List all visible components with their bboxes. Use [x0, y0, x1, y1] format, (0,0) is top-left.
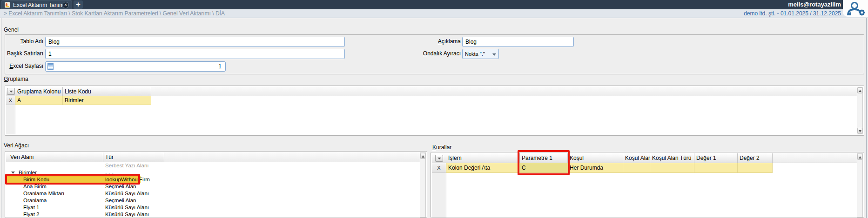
- arrow-up-icon: [859, 90, 861, 92]
- tree-row-birim-kodu[interactable]: Birim Kodu lookupWithoutFirm: [6, 176, 420, 183]
- column-header-gruplama-kolonu[interactable]: Gruplama Kolonu: [15, 87, 63, 96]
- tree-cell-alan: Oranlama: [23, 197, 47, 204]
- panel-left-border: [1, 18, 1, 218]
- tree-cell-tur: Küsürlü Sayı Alanı: [105, 190, 149, 197]
- tree-cell-tur: lookupWithoutFirm: [105, 176, 150, 183]
- aciklama-input[interactable]: [462, 37, 574, 47]
- cell-liste-kodu[interactable]: Birimler: [63, 96, 151, 105]
- column-header-kosul-alan-turu[interactable]: Koşul Alan Türü: [650, 153, 694, 163]
- cell-parametre-1[interactable]: C: [520, 163, 568, 173]
- veri-agaci-tree: Veri Alanı Tür Serbest Yazı Alanı Biriml…: [5, 151, 427, 218]
- chevron-down-icon: [437, 158, 441, 159]
- header-filler: [773, 153, 857, 163]
- column-header-veri-alani[interactable]: Veri Alanı: [6, 152, 103, 162]
- column-header-tur[interactable]: Tür: [103, 152, 164, 162]
- breadcrumb: > Excel Aktarım Tanımları \ Stok Kartlar…: [4, 9, 225, 18]
- row-header-cell[interactable]: X: [6, 96, 15, 105]
- section-title-veri-agaci: Veri Ağacı: [4, 142, 29, 149]
- ondalik-ayiraci-value: Nokta ".": [465, 51, 485, 57]
- veri-agaci-header-row: Veri Alanı Tür: [6, 152, 420, 162]
- scroll-up-button[interactable]: [420, 153, 425, 159]
- tree-cell-alan: Fiyat 2: [23, 211, 40, 218]
- row-header-cell[interactable]: X: [432, 163, 446, 173]
- column-header-parametre-1[interactable]: Parametre 1: [520, 153, 568, 163]
- tablo-adi-label: Tablo Adı: [0, 38, 43, 45]
- excel-sayfasi-value: 1: [218, 62, 222, 71]
- gruplama-header-row: Gruplama Kolonu Liste Kodu: [6, 87, 857, 96]
- tree-cell-tur: Küsürlü Sayı Alanı: [105, 204, 149, 211]
- tree-cell-tur: Seçmeli Alan: [105, 197, 136, 204]
- company-period: demo ltd. şti. - 01.01.2025 / 31.12.2025: [744, 9, 841, 18]
- scroll-up-button[interactable]: [857, 87, 862, 93]
- cell-islem[interactable]: Kolon Değeri Ata: [446, 163, 520, 173]
- cell-kosul[interactable]: Her Durumda: [568, 163, 623, 173]
- scroll-down-button[interactable]: [857, 128, 862, 134]
- kurallar-scrollbar[interactable]: [857, 153, 863, 218]
- veri-agaci-scrollbar[interactable]: [420, 152, 426, 218]
- column-header-deger-2[interactable]: Değer 2: [738, 153, 773, 163]
- tab-excel-aktarim-tanimi[interactable]: Excel Aktarım Tanımı ✕: [1, 0, 72, 9]
- tree-cell-tur: - - -: [105, 169, 114, 176]
- column-header-kosul-alani[interactable]: Koşul Alar: [623, 153, 650, 163]
- username: melis@rotayazilim: [788, 0, 841, 9]
- breadcrumb-bar: > Excel Aktarım Tanımları \ Stok Kartlar…: [0, 9, 868, 18]
- top-tab-bar: Excel Aktarım Tanımı ✕ + melis@rotayazil…: [0, 0, 868, 9]
- tree-row-ana-birim[interactable]: Ana Birim Seçmeli Alan: [6, 183, 420, 190]
- grid-options-button[interactable]: [435, 155, 443, 162]
- gruplama-scrollbar[interactable]: [857, 87, 863, 134]
- chevron-down-icon: [9, 91, 13, 92]
- cell-kosul-alani[interactable]: [623, 163, 650, 173]
- header-filler: [151, 87, 857, 96]
- cell-kosul-alan-turu[interactable]: [650, 163, 694, 173]
- cell-gruplama-kolonu[interactable]: A: [15, 96, 63, 105]
- new-tab-button[interactable]: +: [74, 0, 83, 9]
- kurallar-row[interactable]: X Kolon Değeri Ata C Her Durumda: [432, 163, 857, 173]
- tree-row-oranlama-miktari[interactable]: Oranlama Miktarı Küsürlü Sayı Alanı: [6, 190, 420, 197]
- tree-row-root[interactable]: Serbest Yazı Alanı: [6, 162, 420, 169]
- user-gear-icon: [845, 1, 867, 16]
- user-menu[interactable]: [843, 0, 868, 17]
- gruplama-row[interactable]: X A Birimler: [6, 96, 857, 105]
- tab-close-icon[interactable]: ✕: [62, 2, 69, 8]
- panel-right-border: [866, 18, 867, 218]
- ondalik-ayiraci-select[interactable]: Nokta ".": [462, 49, 499, 59]
- kurallar-table: İşlem Parametre 1 Koşul Koşul Alar Koşul…: [431, 152, 864, 218]
- column-header-deger-1[interactable]: Değer 1: [694, 153, 738, 163]
- section-title-genel: Genel: [4, 26, 19, 33]
- grid-options-button[interactable]: [7, 88, 15, 95]
- excel-sayfasi-stepper[interactable]: 1: [45, 61, 226, 72]
- column-header-islem[interactable]: İşlem: [446, 153, 520, 163]
- gruplama-table: Gruplama Kolonu Liste Kodu X A Birimler: [5, 86, 864, 136]
- tree-collapse-icon[interactable]: [11, 172, 15, 174]
- kurallar-header-row: İşlem Parametre 1 Koşul Koşul Alar Koşul…: [432, 153, 857, 163]
- row-header-strip: [432, 173, 446, 218]
- cell-deger-1[interactable]: [694, 163, 738, 173]
- tree-row-fiyat-1[interactable]: Fiyat 1 Küsürlü Sayı Alanı: [6, 204, 420, 211]
- tree-cell-alan: Fiyat 1: [23, 204, 40, 211]
- tablo-adi-input[interactable]: [45, 37, 345, 47]
- row-header-strip: [6, 105, 15, 134]
- cell-deger-2[interactable]: [738, 163, 773, 173]
- column-header-liste-kodu[interactable]: Liste Kodu: [63, 87, 151, 96]
- tree-row-birimler[interactable]: Birimler - - -: [6, 169, 420, 176]
- excel-sayfasi-label: Excel Sayfası: [0, 63, 43, 69]
- arrow-down-icon: [859, 130, 861, 132]
- tree-rows: Serbest Yazı Alanı Birimler - - - Birim …: [6, 162, 420, 218]
- tree-cell-tur: Küsürlü Sayı Alanı: [105, 211, 149, 218]
- chevron-down-icon: [492, 53, 496, 56]
- header-filler: [164, 152, 420, 162]
- arrow-up-icon: [422, 155, 424, 158]
- note-icon: [5, 2, 10, 8]
- scroll-up-button[interactable]: [857, 154, 862, 160]
- tree-cell-alan: Birimler: [19, 169, 37, 176]
- excel-aktarim-tanimi-screen: Excel Aktarım Tanımı ✕ + melis@rotayazil…: [0, 0, 868, 218]
- tree-row-fiyat-2[interactable]: Fiyat 2 Küsürlü Sayı Alanı: [6, 211, 420, 218]
- tree-cell-tur: Seçmeli Alan: [105, 183, 136, 190]
- aciklama-label: Açıklama: [400, 38, 461, 45]
- baslik-satirlari-input[interactable]: [45, 49, 345, 59]
- tree-cell-alan: Oranlama Miktarı: [23, 190, 64, 197]
- section-title-kurallar: Kurallar: [432, 144, 451, 151]
- tree-cell-alan: Birim Kodu: [23, 176, 49, 183]
- column-header-kosul[interactable]: Koşul: [568, 153, 623, 163]
- tree-row-oranlama[interactable]: Oranlama Seçmeli Alan: [6, 197, 420, 204]
